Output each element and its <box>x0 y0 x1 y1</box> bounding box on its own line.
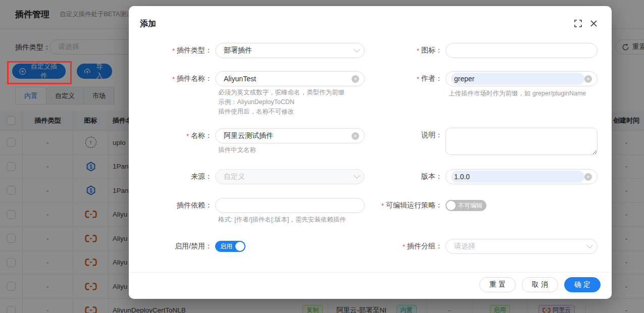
name-label: 名称： <box>191 131 212 140</box>
required-asterisk <box>381 201 386 210</box>
dependency-label: 插件依赖： <box>177 201 212 210</box>
dialog-footer: 重 置 取 消 确 定 <box>479 277 601 292</box>
close-icon[interactable] <box>590 20 598 27</box>
group-label: 插件分组： <box>407 242 442 251</box>
required-asterisk <box>403 242 407 250</box>
name-input-wrap <box>215 128 365 143</box>
icon-input[interactable] <box>451 44 592 57</box>
field-plugin-type: 插件类型： 部署插件 <box>139 43 365 58</box>
description-textarea[interactable] <box>445 128 598 155</box>
name-hint: 插件中文名称 <box>218 145 256 155</box>
plugin-name-label: 插件名称： <box>177 74 212 83</box>
field-dependency: 插件依赖： <box>139 198 365 213</box>
fullscreen-icon[interactable] <box>574 20 582 27</box>
required-asterisk <box>417 46 421 55</box>
version-label: 版本： <box>421 172 442 181</box>
version-input-wrap <box>445 169 598 184</box>
field-source: 来源： 自定义 <box>139 169 365 184</box>
version-input[interactable] <box>451 171 584 183</box>
plugin-name-input-wrap <box>215 71 365 86</box>
edit-policy-toggle[interactable]: 不可编辑 <box>445 200 486 211</box>
plugin-type-value: 部署插件 <box>221 46 352 55</box>
field-version: 版本： <box>370 169 598 184</box>
field-group: 插件分组： 请选择 <box>370 239 598 254</box>
plugin-name-hint-3: 插件使用后，名称不可修改 <box>218 107 294 117</box>
required-asterisk <box>172 75 177 83</box>
plugin-name-hint-2: 示例：AliyunDeployToCDN <box>218 97 294 107</box>
field-author: 作者： <box>370 71 598 86</box>
reset-button[interactable]: 重 置 <box>479 277 516 292</box>
field-description: 说明： <box>370 128 598 155</box>
group-select[interactable]: 请选择 <box>445 239 598 254</box>
dialog-title: 添加 <box>140 19 156 29</box>
field-name: 名称： <box>139 128 365 143</box>
toggle-knob <box>447 201 456 210</box>
plugin-type-label: 插件类型： <box>177 46 212 55</box>
plugin-type-select[interactable]: 部署插件 <box>215 43 365 58</box>
group-placeholder: 请选择 <box>451 242 584 251</box>
required-asterisk <box>172 46 177 55</box>
name-input[interactable] <box>221 130 352 142</box>
confirm-button[interactable]: 确 定 <box>564 277 601 292</box>
enabled-toggle[interactable]: 启用 <box>215 241 245 252</box>
author-input[interactable] <box>451 73 584 85</box>
source-label: 来源： <box>191 172 212 181</box>
enabled-label: 启用/禁用： <box>175 242 212 251</box>
chevron-down-icon <box>354 46 360 53</box>
edit-policy-label: 可编辑运行策略： <box>386 201 442 210</box>
plugin-name-input[interactable] <box>221 73 352 85</box>
chevron-down-icon <box>586 242 593 248</box>
add-plugin-dialog: 添加 插件类型： 部署插件 图标： 插件名称： <box>129 6 612 299</box>
chevron-down-icon <box>354 172 360 179</box>
dependency-input[interactable] <box>221 199 359 212</box>
enabled-toggle-label: 启用 <box>220 242 232 251</box>
field-plugin-name: 插件名称： <box>139 71 365 86</box>
edit-policy-toggle-label: 不可编辑 <box>458 201 482 210</box>
clear-icon[interactable] <box>584 75 592 83</box>
highlight-annotation-box <box>7 61 72 84</box>
icon-input-wrap <box>445 43 598 58</box>
source-value: 自定义 <box>221 172 352 181</box>
plugin-management-screen: 插件管理 自定义插件处于BETA测试版， 插件类型： 请选择 重置 自定义插件 <box>0 0 644 313</box>
field-edit-policy: 可编辑运行策略： 不可编辑 <box>370 198 486 213</box>
cancel-button[interactable]: 取 消 <box>522 277 558 292</box>
field-icon: 图标： <box>370 43 598 58</box>
source-select: 自定义 <box>215 169 365 184</box>
clear-icon[interactable] <box>352 132 359 140</box>
description-label: 说明： <box>421 131 442 140</box>
footer-divider <box>129 272 612 273</box>
toggle-knob <box>235 242 244 251</box>
clear-icon[interactable] <box>584 173 592 181</box>
author-label: 作者： <box>421 74 442 83</box>
dependency-hint: 格式: [作者/]插件名[:版本]，需先安装依赖插件 <box>218 215 346 225</box>
author-hint: 上传插件市场时作为前缀，如 greper/pluginName <box>449 89 586 98</box>
required-asterisk <box>417 75 421 83</box>
clear-icon[interactable] <box>352 75 359 83</box>
plugin-name-hint-1: 必须为英文或数字，驼峰命名，类型作为前缀 <box>218 88 344 97</box>
icon-label: 图标： <box>421 46 442 55</box>
dependency-input-wrap <box>215 198 365 213</box>
required-asterisk <box>186 132 191 140</box>
author-input-wrap <box>445 71 598 86</box>
field-enabled: 启用/禁用： 启用 <box>139 239 245 254</box>
